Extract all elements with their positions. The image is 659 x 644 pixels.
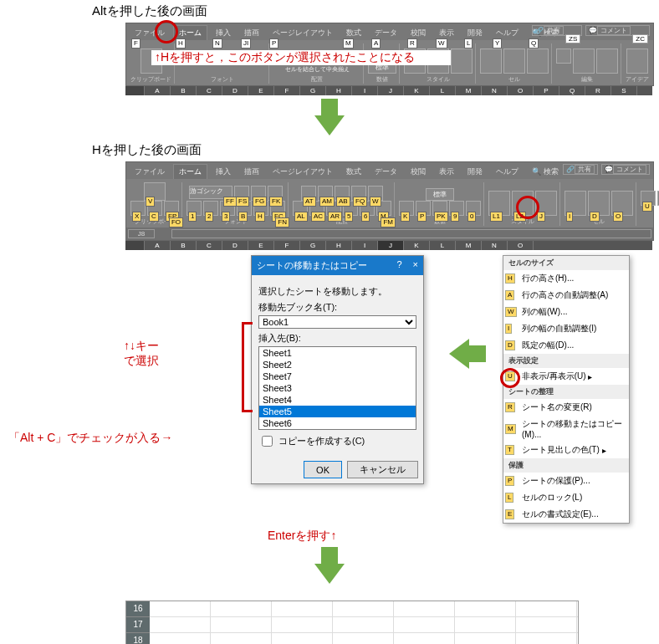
tab-home-2[interactable]: ホーム xyxy=(173,164,207,179)
name-box[interactable]: J8 xyxy=(128,229,155,238)
list-item[interactable]: Sheet7 xyxy=(259,371,416,382)
list-item[interactable]: Sheet3 xyxy=(259,382,416,394)
book-select[interactable]: Book1 xyxy=(258,315,416,329)
cell-style-2[interactable]: J xyxy=(535,191,557,216)
annotation-h-press: ↑Hを押すと，このボタンが選択されたことになる xyxy=(151,50,451,65)
sheet-listbox[interactable]: Sheet1 Sheet2 Sheet7 Sheet3 Sheet4 Sheet… xyxy=(258,346,416,430)
format-cell-button[interactable] xyxy=(527,49,549,74)
tab-insert[interactable]: 挿入N xyxy=(211,26,236,40)
menu-move-copy[interactable]: Mシートの移動またはコピー(M)... xyxy=(503,416,629,442)
comment-button[interactable]: 💬コメントZC xyxy=(585,25,650,36)
ok-button[interactable]: OK xyxy=(304,461,342,478)
arrow-down-1 xyxy=(314,115,345,135)
delete-2[interactable]: D xyxy=(588,191,610,216)
group-idea: アイデア xyxy=(623,43,651,84)
comment-button-2[interactable]: 💬コメント xyxy=(601,164,650,175)
list-item[interactable]: Sheet2 xyxy=(259,359,416,371)
find-button[interactable] xyxy=(596,49,618,74)
arrow-down-2 xyxy=(314,564,345,584)
menu-row-height[interactable]: H行の高さ(H)... xyxy=(503,270,629,287)
tab-file[interactable]: ファイルF xyxy=(130,26,170,40)
row-headers: 161718 192021 22 xyxy=(126,601,150,644)
shrink-font[interactable]: FK xyxy=(268,186,283,201)
menu-lock[interactable]: Lセルのロック(L) xyxy=(503,489,629,506)
group-style-2: L1 L2 J スタイル xyxy=(486,182,560,226)
ribbon-after-h: ファイル ホーム 挿入 描画 ページレイアウト 数式 データ 校閲 表示 開発 … xyxy=(125,161,654,241)
tab-layout[interactable]: ページレイアウトP xyxy=(268,26,338,40)
menu-protect[interactable]: Pシートの保護(P)... xyxy=(503,473,629,489)
tab-review-2[interactable]: 校閲 xyxy=(406,165,431,179)
annotation-enter: Enterを押す↑ xyxy=(268,529,659,544)
font-size[interactable]: FS xyxy=(234,186,249,201)
group-clipboard-2: V X C FP クリップボード FO xyxy=(128,182,182,226)
tab-dev[interactable]: 開発L xyxy=(462,26,488,40)
list-item[interactable]: Sheet6 xyxy=(259,417,416,429)
delete-cell-button[interactable] xyxy=(503,49,525,74)
list-item[interactable]: Sheet4 xyxy=(259,394,416,406)
group-number-2: 標準 K P PK 9 0 数値 xyxy=(396,182,484,226)
tab-draw[interactable]: 描画JI xyxy=(239,26,264,40)
tab-home[interactable]: ホームH xyxy=(173,25,207,40)
bold-button[interactable]: 1 xyxy=(186,201,202,216)
cond-format-2[interactable]: L1 xyxy=(488,191,510,216)
menu-tab-color[interactable]: Tシート見出しの色(T) ▸ xyxy=(503,442,629,458)
arrow-left xyxy=(449,339,469,369)
tab-data-2[interactable]: データ xyxy=(370,165,402,179)
copy-label: コピーを作成する(C) xyxy=(278,435,365,447)
tab-layout-2[interactable]: ページレイアウト xyxy=(268,165,338,179)
list-item-selected[interactable]: Sheet5 xyxy=(259,406,416,417)
menu-default-w[interactable]: D既定の幅(D)... xyxy=(503,337,629,354)
share-button-2[interactable]: 🔗共有 xyxy=(563,164,598,175)
tab-draw-2[interactable]: 描画 xyxy=(239,165,264,179)
tab-help-2[interactable]: ヘルプ xyxy=(491,165,524,179)
table-format-2[interactable]: L2 xyxy=(512,191,534,216)
menu-rename[interactable]: Rシート名の変更(R) xyxy=(503,399,629,416)
dialog-close-icon[interactable]: × xyxy=(413,259,418,269)
tab-formula[interactable]: 数式M xyxy=(341,26,366,40)
tab-search-2[interactable]: 🔍 検索 xyxy=(527,165,564,179)
annotation-altc: 「Alt + C」でチェックが入る→ xyxy=(8,431,172,446)
idea-button[interactable] xyxy=(626,49,648,74)
grid-cells[interactable] xyxy=(150,601,578,644)
group-edit: 編集 xyxy=(554,43,621,84)
format-2[interactable]: O xyxy=(611,191,633,216)
insert-cell-button[interactable] xyxy=(480,49,502,74)
dialog-desc: 選択したシートを移動します。 xyxy=(258,285,416,298)
tab-view-2[interactable]: 表示 xyxy=(434,165,459,179)
tab-review[interactable]: 校閲R xyxy=(406,26,431,40)
caption-alt: Altを押した後の画面 xyxy=(92,3,659,19)
brush-button[interactable]: FP xyxy=(164,201,179,216)
grow-font[interactable]: FG xyxy=(251,186,266,201)
copy-checkbox[interactable] xyxy=(262,436,273,447)
dialog-help-icon[interactable]: ? xyxy=(396,259,401,269)
cancel-button[interactable]: キャンセル xyxy=(347,461,418,478)
sort-button[interactable] xyxy=(573,49,595,74)
menu-auto-row[interactable]: A行の高さの自動調整(A) xyxy=(503,287,629,304)
sum-2[interactable]: U xyxy=(641,191,656,206)
menu-col-width[interactable]: W列の幅(W)... xyxy=(503,304,629,320)
group-cell: セル xyxy=(478,43,552,84)
list-item[interactable]: Sheet1 xyxy=(259,347,416,359)
menu-auto-col[interactable]: I列の幅の自動調整(I) xyxy=(503,320,629,337)
tab-insert-2[interactable]: 挿入 xyxy=(211,165,236,179)
formula-bar[interactable] xyxy=(171,229,651,238)
insert-2[interactable]: I xyxy=(564,191,586,216)
italic-button[interactable]: 2 xyxy=(203,201,218,216)
tab-formula-2[interactable]: 数式 xyxy=(341,165,366,179)
tab-view[interactable]: 表示W xyxy=(434,26,459,40)
cut-button[interactable]: X xyxy=(130,201,146,216)
tab-data[interactable]: データA xyxy=(370,26,402,40)
menu-hide[interactable]: U非表示/再表示(U) ▸ xyxy=(503,368,629,385)
before-label: 挿入先(B): xyxy=(258,332,416,345)
paste-button-2[interactable]: V xyxy=(144,182,166,201)
menu-cell-format[interactable]: Eセルの書式設定(E)... xyxy=(503,506,629,523)
tab-dev-2[interactable]: 開発 xyxy=(462,165,488,179)
share-button[interactable]: 🔗共有ZS xyxy=(532,25,582,36)
cell-style-button[interactable] xyxy=(451,49,473,74)
tab-help[interactable]: ヘルプY xyxy=(491,26,524,40)
sum-button[interactable] xyxy=(556,49,571,64)
column-headers-1: ABC DEF GHI JKL MNO PQR S xyxy=(125,86,652,95)
group-align-2: AT AM AB FQ W AL AC AR 5 6 M 配置 FM xyxy=(290,182,395,226)
list-item[interactable]: (末尾へ移動) xyxy=(259,429,416,430)
tab-file-2[interactable]: ファイル xyxy=(130,165,170,179)
